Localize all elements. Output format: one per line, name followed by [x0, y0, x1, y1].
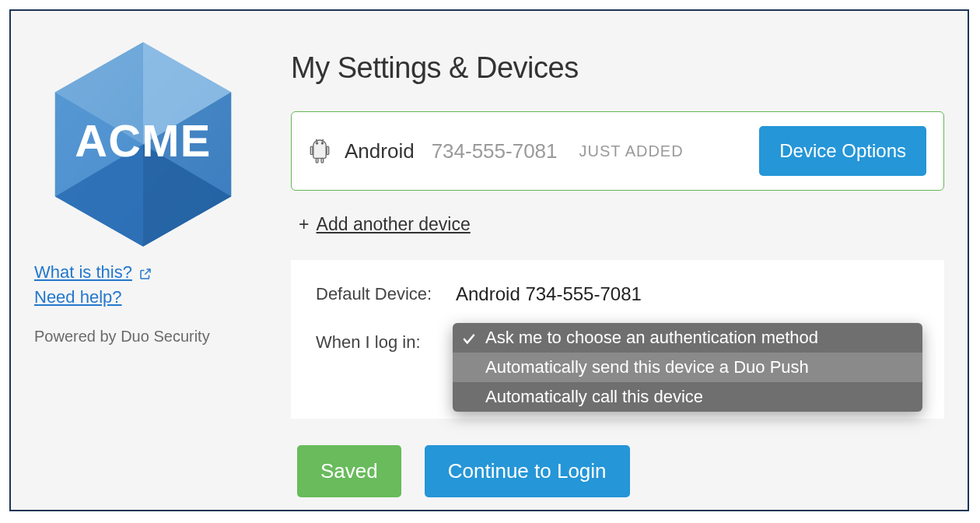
svg-rect-12: [310, 146, 313, 155]
external-link-icon: [138, 265, 152, 279]
dropdown-option[interactable]: Automatically call this device: [453, 382, 922, 412]
svg-rect-7: [313, 145, 326, 159]
continue-to-login-button[interactable]: Continue to Login: [425, 445, 630, 497]
powered-by: Powered by Duo Security: [34, 328, 260, 346]
device-platform: Android: [345, 139, 415, 163]
button-row: Saved Continue to Login: [291, 445, 944, 497]
dropdown-option[interactable]: Ask me to choose an authentication metho…: [453, 323, 922, 353]
logo-text: ACME: [75, 116, 212, 166]
what-is-this-link[interactable]: What is this?: [34, 262, 152, 283]
login-method-select[interactable]: Ask me to choose an authentication metho…: [456, 325, 919, 360]
just-added-badge: JUST ADDED: [579, 142, 684, 160]
saved-button[interactable]: Saved: [297, 445, 401, 497]
svg-point-10: [316, 142, 317, 144]
need-help-label: Need help?: [34, 287, 122, 307]
default-device-row: Default Device: Android 734-555-7081: [316, 283, 919, 305]
dropdown-option[interactable]: Automatically send this device a Duo Pus…: [453, 353, 922, 382]
what-is-this-label: What is this?: [34, 262, 132, 283]
need-help-link[interactable]: Need help?: [34, 287, 122, 307]
when-login-row: When I log in: Ask me to choose an authe…: [316, 325, 919, 360]
page-title: My Settings & Devices: [291, 51, 944, 85]
plus-icon: +: [299, 214, 309, 234]
device-options-button[interactable]: Device Options: [759, 126, 926, 176]
logo: ACME: [34, 34, 252, 254]
default-device-value: Android 734-555-7081: [456, 283, 642, 305]
dropdown-option-label: Automatically send this device a Duo Pus…: [485, 357, 809, 377]
duo-settings-frame: ACME What is this? Nee: [9, 9, 969, 511]
android-icon: [309, 137, 331, 165]
device-number: 734-555-7081: [432, 139, 558, 163]
login-method-dropdown[interactable]: Ask me to choose an authentication metho…: [453, 323, 922, 412]
dropdown-option-label: Ask me to choose an authentication metho…: [485, 328, 818, 347]
settings-block: Default Device: Android 734-555-7081 Whe…: [291, 260, 944, 419]
svg-point-11: [321, 142, 323, 144]
svg-rect-13: [327, 146, 329, 155]
dropdown-option-label: Automatically call this device: [485, 387, 703, 406]
device-card: Android 734-555-7081 JUST ADDED Device O…: [291, 111, 944, 191]
sidebar-links: What is this? Need help?: [34, 262, 260, 312]
default-device-label: Default Device:: [316, 284, 456, 304]
add-device-row: + Add another device: [291, 214, 944, 235]
add-another-device-link[interactable]: Add another device: [317, 214, 471, 234]
check-icon: [462, 331, 476, 345]
svg-rect-14: [316, 158, 318, 163]
when-login-label: When I log in:: [316, 332, 456, 353]
svg-rect-15: [321, 158, 324, 163]
main-content: My Settings & Devices Android 734-555-70: [291, 34, 944, 486]
sidebar: ACME What is this? Nee: [34, 34, 260, 486]
